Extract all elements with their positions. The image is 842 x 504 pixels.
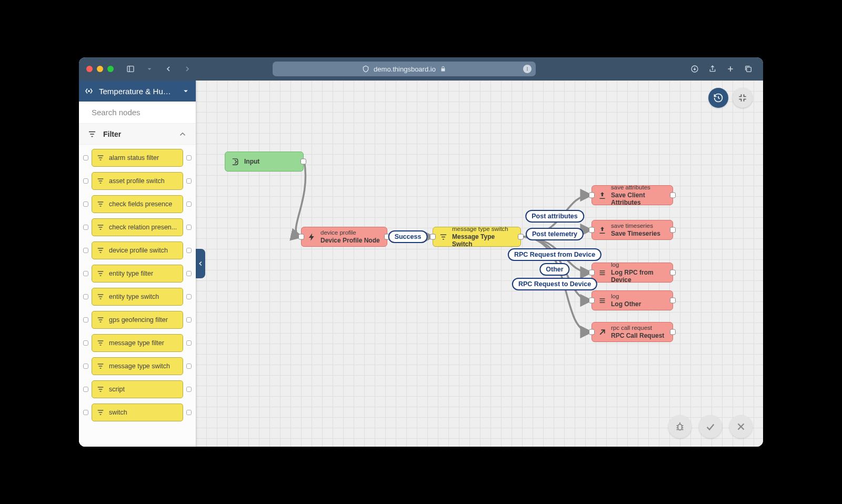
share-icon[interactable]: [705, 62, 720, 76]
rule-chain-sidebar: Temperature & Humi... Filter alarm statu…: [79, 80, 196, 447]
safari-window: demo.thingsboard.io Temperature & Humi..…: [79, 57, 763, 447]
bug-icon: [674, 421, 686, 432]
search-nodes: [79, 102, 196, 124]
node-device-profile[interactable]: device profileDevice Profile Node: [301, 227, 387, 247]
node-output-port[interactable]: [670, 298, 676, 304]
back-button[interactable]: [161, 62, 176, 76]
upload-icon: [597, 225, 607, 235]
node-message-type-switch[interactable]: message type switchMessage Type Switch: [433, 227, 521, 247]
palette-node[interactable]: gps geofencing filter: [83, 311, 192, 329]
filter-icon: [96, 223, 105, 231]
filter-icon: [96, 316, 105, 324]
node-input-port[interactable]: [589, 193, 595, 198]
filter-icon: [96, 269, 105, 278]
check-icon: [705, 421, 716, 432]
node-rpc-call-request[interactable]: rpc call requestRPC Call Request: [592, 322, 673, 342]
svg-rect-61: [678, 424, 681, 430]
call-made-icon: [597, 327, 607, 337]
node-output-port[interactable]: [670, 227, 676, 233]
palette-node[interactable]: script: [83, 380, 192, 398]
reader-badge-icon[interactable]: [523, 65, 532, 73]
palette-node[interactable]: check fields presence: [83, 195, 192, 213]
chevron-down-icon: [181, 86, 191, 96]
palette-node[interactable]: alarm status filter: [83, 149, 192, 167]
svg-point-2: [527, 67, 528, 68]
node-input-port[interactable]: [430, 234, 436, 240]
node-palette: alarm status filter asset profile switch…: [79, 145, 196, 447]
edge-label-rpc-from-device[interactable]: RPC Request from Device: [508, 248, 602, 261]
canvas-bottom-actions: [668, 415, 753, 438]
palette-node[interactable]: switch: [83, 404, 192, 421]
filter-icon: [96, 408, 105, 417]
rule-chain-canvas[interactable]: Input device profileDevice Profile Node …: [196, 80, 763, 447]
sidebar-toggle-icon[interactable]: [123, 62, 138, 76]
edge-label-rpc-to-device[interactable]: RPC Request to Device: [512, 278, 597, 290]
filter-icon: [96, 200, 105, 208]
browser-dropdown-icon[interactable]: [142, 62, 157, 76]
edge-label-other[interactable]: Other: [539, 263, 569, 276]
new-tab-icon[interactable]: [723, 62, 738, 76]
node-output-port[interactable]: [670, 329, 676, 335]
rule-chain-title: Temperature & Humi...: [99, 87, 176, 96]
window-controls: [86, 66, 114, 72]
collapse-sidebar-button[interactable]: [196, 249, 205, 278]
edges-layer: [196, 80, 763, 447]
minimize-window-button[interactable]: [97, 66, 103, 72]
browser-title-bar: demo.thingsboard.io: [79, 57, 763, 80]
filter-icon: [87, 129, 97, 139]
svg-rect-0: [127, 66, 134, 72]
bolt-icon: [307, 232, 316, 241]
palette-node[interactable]: message type switch: [83, 357, 192, 375]
palette-node[interactable]: message type filter: [83, 334, 192, 352]
debug-button[interactable]: [668, 415, 691, 438]
filter-section-header[interactable]: Filter: [79, 124, 196, 145]
apply-button[interactable]: [699, 415, 722, 438]
node-output-port[interactable]: [518, 234, 524, 240]
edge-label-post-attributes[interactable]: Post attributes: [525, 210, 584, 223]
discard-button[interactable]: [729, 415, 753, 438]
node-input-port[interactable]: [298, 234, 304, 240]
node-input-port[interactable]: [589, 298, 595, 304]
filter-icon: [96, 293, 105, 301]
node-save-timeseries[interactable]: save timeseriesSave Timeseries: [592, 220, 673, 240]
node-input-port[interactable]: [589, 270, 595, 276]
palette-node[interactable]: entity type filter: [83, 265, 192, 283]
canvas-top-actions: [708, 88, 753, 108]
filter-icon: [438, 232, 448, 241]
close-icon: [735, 421, 747, 432]
palette-node[interactable]: asset profile switch: [83, 172, 192, 190]
svg-line-60: [600, 330, 605, 335]
shield-icon: [362, 65, 369, 73]
filter-icon: [96, 154, 105, 162]
node-save-attributes[interactable]: save attributesSave Client Attributes: [592, 185, 673, 205]
node-log-other[interactable]: logLog Other: [592, 290, 673, 310]
maximize-window-button[interactable]: [107, 66, 114, 72]
edge-label-post-telemetry[interactable]: Post telemetry: [526, 228, 584, 240]
palette-node[interactable]: device profile switch: [83, 241, 192, 259]
palette-node[interactable]: entity type switch: [83, 288, 192, 306]
url-bar[interactable]: demo.thingsboard.io: [273, 62, 536, 76]
node-input-port[interactable]: [589, 329, 595, 335]
palette-node[interactable]: check relation presen...: [83, 218, 192, 236]
sidebar-header[interactable]: Temperature & Humi...: [79, 80, 196, 102]
node-output-port[interactable]: [670, 193, 676, 198]
close-window-button[interactable]: [86, 66, 93, 72]
app-area: Temperature & Humi... Filter alarm statu…: [79, 80, 763, 447]
downloads-icon[interactable]: [687, 62, 702, 76]
forward-button[interactable]: [180, 62, 195, 76]
edge-label-success[interactable]: Success: [388, 230, 428, 243]
minimize-icon: [737, 93, 748, 103]
node-output-port[interactable]: [300, 159, 306, 165]
search-input[interactable]: [92, 108, 192, 117]
tabs-overview-icon[interactable]: [741, 62, 756, 76]
list-icon: [597, 268, 607, 277]
svg-rect-8: [747, 67, 751, 72]
list-icon: [597, 296, 607, 305]
version-history-button[interactable]: [708, 88, 728, 108]
node-input-port[interactable]: [589, 227, 595, 233]
exit-fullscreen-button[interactable]: [733, 88, 753, 108]
filter-icon: [96, 339, 105, 347]
node-input[interactable]: Input: [225, 152, 304, 172]
node-output-port[interactable]: [670, 270, 676, 276]
node-log-rpc-from-device[interactable]: logLog RPC from Device: [592, 263, 673, 283]
